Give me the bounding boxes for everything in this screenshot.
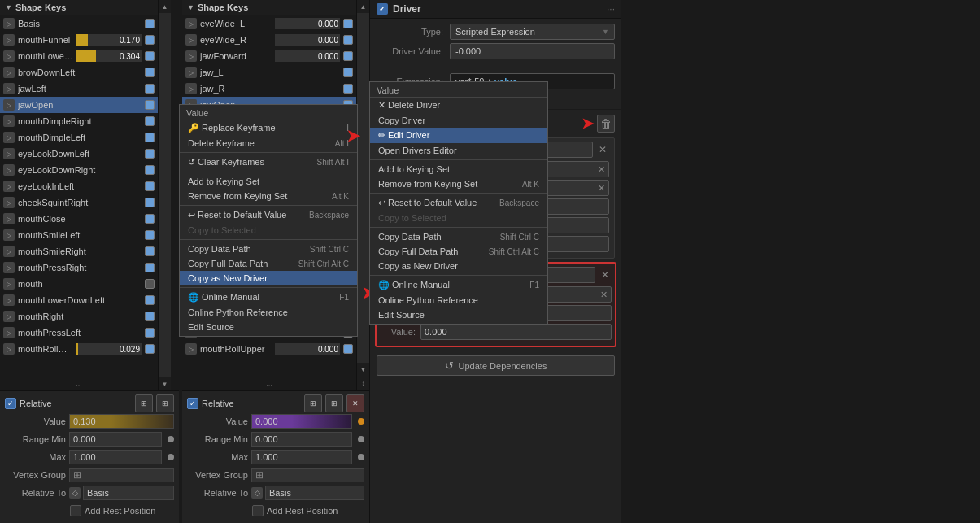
list-item[interactable]: ▷ mouthFunnel 0.170: [0, 32, 158, 48]
key-checkbox[interactable]: [145, 133, 155, 142]
ctx-left-copy-data-path[interactable]: Copy Data Path Shift Ctrl C: [180, 242, 357, 256]
key-checkbox[interactable]: [145, 35, 155, 45]
mid-relative-checkbox[interactable]: ✓: [187, 398, 198, 409]
key-checkbox[interactable]: [145, 263, 155, 272]
key-checkbox[interactable]: [145, 181, 155, 191]
left-max-field[interactable]: 1.000: [69, 450, 162, 464]
list-item[interactable]: ▷ mouthRollUpper 0.029: [0, 341, 158, 357]
key-checkbox[interactable]: [145, 198, 155, 207]
key-checkbox[interactable]: [145, 230, 155, 240]
driver-var2-prop-clear[interactable]: ✕: [600, 290, 608, 300]
driver-type-select[interactable]: Scripted Expression ▼: [450, 24, 615, 40]
left-relto-field[interactable]: Basis: [83, 486, 174, 500]
key-checkbox[interactable]: [145, 312, 155, 321]
list-item[interactable]: ▷ mouthPressLeft: [0, 325, 158, 341]
left-normalize-btn[interactable]: ⊞: [135, 394, 153, 412]
key-checkbox[interactable]: [145, 279, 155, 289]
list-item[interactable]: ▷ jawOpen: [0, 97, 158, 113]
left-rangemin-field[interactable]: 0.000: [69, 432, 162, 447]
list-item[interactable]: ▷ mouthClose: [0, 211, 158, 227]
list-item[interactable]: ▷ jawLeft: [0, 81, 158, 97]
list-item[interactable]: ▷ mouthPressRight: [0, 259, 158, 276]
ctx-mid-online-manual[interactable]: 🌐 Online Manual F1: [370, 277, 547, 293]
key-checkbox[interactable]: [343, 344, 353, 354]
key-checkbox[interactable]: [145, 149, 155, 159]
ctx-left-reset-default[interactable]: ↩ Reset to Default Value Backspace: [180, 207, 357, 223]
ctx-left-copy-full-data-path[interactable]: Copy Full Data Path Shift Ctrl Alt C: [180, 256, 357, 271]
left-value-field[interactable]: 0.130: [69, 414, 174, 429]
driver-var1-bone-clear[interactable]: ✕: [598, 183, 605, 194]
ctx-left-edit-source[interactable]: Edit Source: [180, 320, 357, 334]
driver-options-btn[interactable]: ···: [607, 3, 615, 15]
key-checkbox[interactable]: [145, 214, 155, 224]
key-checkbox[interactable]: [145, 246, 155, 256]
key-checkbox[interactable]: [343, 19, 353, 28]
mid-more-btn[interactable]: ⊞: [325, 394, 343, 412]
mid-relto-field[interactable]: Basis: [265, 486, 364, 500]
ctx-left-delete-keyframe[interactable]: Delete Keyframe Alt I: [180, 136, 357, 150]
mid-scroll-down-btn[interactable]: ▼: [357, 363, 369, 376]
ctx-mid-copy-full-data-path[interactable]: Copy Full Data Path Shift Ctrl Alt C: [370, 244, 547, 259]
list-item[interactable]: ▷ mouthRollUpper 0.000: [182, 341, 356, 357]
list-item[interactable]: ▷ mouthRight: [0, 308, 158, 325]
key-checkbox[interactable]: [145, 84, 155, 94]
ctx-mid-edit-driver[interactable]: ✏ Edit Driver: [370, 128, 547, 143]
key-checkbox[interactable]: [343, 35, 353, 45]
driver-enabled-checkbox[interactable]: ✓: [377, 3, 388, 15]
list-item[interactable]: ▷ eyeLookDownRight: [0, 162, 158, 178]
scroll-down-btn[interactable]: ▼: [159, 377, 171, 390]
scroll-up-btn[interactable]: ▲: [159, 0, 171, 13]
mid-rangemin-field[interactable]: 0.000: [251, 432, 352, 447]
driver-update-dep-btn[interactable]: ↺ Update Dependencies: [377, 355, 615, 376]
list-item[interactable]: ▷ cheekSquintRight: [0, 194, 158, 211]
key-checkbox[interactable]: [343, 51, 353, 61]
list-item[interactable]: ▷ eyeLookDownLeft: [0, 146, 158, 162]
mid-vg-field[interactable]: ⊞: [251, 468, 364, 482]
ctx-left-remove-keying[interactable]: Remove from Keying Set Alt K: [180, 189, 357, 203]
mid-max-field[interactable]: 1.000: [251, 450, 352, 464]
key-checkbox[interactable]: [145, 295, 155, 305]
key-checkbox[interactable]: [145, 116, 155, 126]
ctx-mid-copy-driver[interactable]: Copy Driver: [370, 113, 547, 128]
ctx-mid-open-drivers-editor[interactable]: Open Drivers Editor: [370, 143, 547, 158]
mid-scroll-up-btn[interactable]: ▲: [357, 0, 369, 13]
ctx-left-add-keying[interactable]: Add to Keying Set: [180, 174, 357, 189]
mid-normalize-btn[interactable]: ⊞: [304, 394, 322, 412]
ctx-left-online-manual[interactable]: 🌐 Online Manual F1: [180, 290, 357, 305]
left-relative-checkbox[interactable]: ✓: [5, 398, 16, 409]
ctx-left-python-ref[interactable]: Online Python Reference: [180, 305, 357, 320]
list-item[interactable]: ▷ jaw_L: [182, 64, 356, 81]
list-item[interactable]: ▷ mouthLowerDownRight 0.304: [0, 48, 158, 64]
ctx-mid-copy-as-new-driver[interactable]: Copy as New Driver: [370, 259, 547, 273]
key-checkbox[interactable]: [343, 84, 353, 94]
mid-close-btn[interactable]: ✕: [346, 394, 364, 412]
left-vg-field[interactable]: ⊞: [69, 468, 174, 482]
list-item[interactable]: ▷ mouthSmileLeft: [0, 227, 158, 243]
driver-var1-close-btn[interactable]: ✕: [596, 143, 609, 156]
key-checkbox[interactable]: [145, 344, 155, 354]
mid-value-field[interactable]: 0.000: [251, 414, 352, 429]
driver-var-icon-btn[interactable]: 🗑: [597, 115, 615, 133]
key-checkbox[interactable]: [145, 51, 155, 61]
left-addrest-checkbox[interactable]: [70, 505, 81, 516]
ctx-left-copy-as-new-driver[interactable]: Copy as New Driver: [180, 271, 357, 285]
list-item[interactable]: ▷ mouth: [0, 276, 158, 292]
left-more-btn[interactable]: ⊞: [156, 394, 174, 412]
ctx-mid-edit-source[interactable]: Edit Source: [370, 307, 547, 322]
key-checkbox[interactable]: [343, 68, 353, 77]
key-checkbox[interactable]: [145, 68, 155, 77]
list-item[interactable]: ▷ mouthDimpleLeft: [0, 129, 158, 146]
mid-extra-btn1[interactable]: ↕: [358, 377, 368, 389]
ctx-left-clear-keyframes[interactable]: ↺ Clear Keyframes Shift Alt I: [180, 155, 357, 170]
list-item[interactable]: ▷ jawForward 0.000: [182, 48, 356, 64]
key-checkbox[interactable]: [145, 328, 155, 338]
list-item[interactable]: ▷ eyeLookInLeft: [0, 178, 158, 194]
ctx-mid-reset-default[interactable]: ↩ Reset to Default Value Backspace: [370, 195, 547, 211]
list-item[interactable]: ▷ Basis: [0, 15, 158, 32]
key-checkbox[interactable]: [145, 19, 155, 28]
ctx-left-replace-keyframe[interactable]: 🔑 Replace Keyframe I: [180, 120, 357, 136]
key-checkbox[interactable]: [145, 165, 155, 175]
driver-var1-object-clear[interactable]: ✕: [598, 164, 605, 175]
ctx-mid-add-keying[interactable]: Add to Keying Set: [370, 162, 547, 177]
list-item[interactable]: ▷ browDownLeft: [0, 64, 158, 81]
